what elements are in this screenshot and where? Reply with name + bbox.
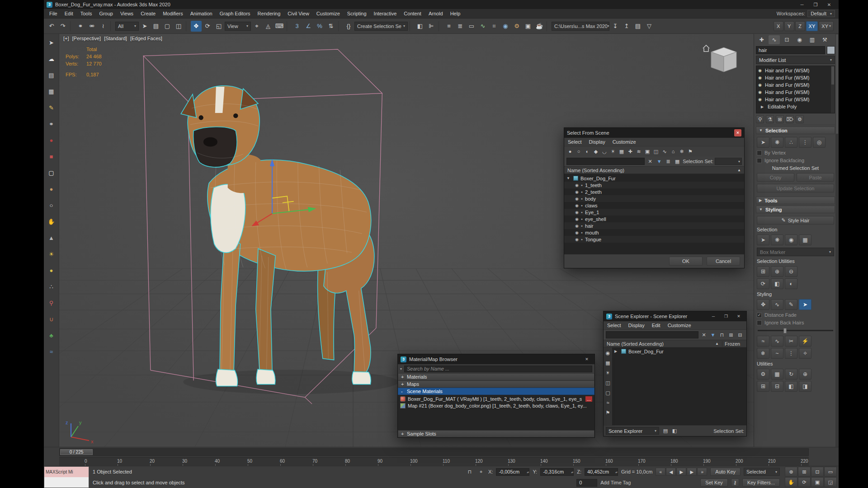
- tree-item-root[interactable]: ▼Boxer_Dog_Fur: [564, 175, 744, 182]
- filter-funnel-icon[interactable]: ▼: [655, 157, 663, 165]
- display-lights-icon[interactable]: ☀: [609, 147, 617, 155]
- visibility-icon[interactable]: ◉: [575, 183, 579, 188]
- section-toggle-icon[interactable]: -: [401, 389, 405, 394]
- viewcube[interactable]: [698, 42, 742, 80]
- by-vertex-checkbox[interactable]: By Vertex: [757, 150, 834, 155]
- save-scene-icon[interactable]: ▽: [644, 21, 655, 32]
- expand-icon[interactable]: ▶: [614, 349, 619, 353]
- menu-interactive[interactable]: Interactive: [370, 11, 401, 16]
- pick-parent-icon[interactable]: ⊞: [727, 331, 735, 339]
- maxscript-pink-line[interactable]: MAXScript Mi: [44, 467, 89, 477]
- cloud-icon[interactable]: ☁: [47, 54, 57, 64]
- timeline-tick[interactable]: 160: [605, 459, 613, 464]
- display-groups-icon[interactable]: ▣: [643, 147, 651, 155]
- paste-hair-icon[interactable]: ⊟: [771, 381, 783, 392]
- configure-modifier-sets-icon[interactable]: ⚙: [796, 115, 804, 123]
- cut-hair-icon[interactable]: ✂: [785, 336, 797, 347]
- display-helpers-icon[interactable]: ▢: [604, 389, 612, 397]
- se-search-input[interactable]: [606, 331, 698, 338]
- undo-icon[interactable]: ↶: [46, 21, 57, 32]
- pin-icon[interactable]: ⚲: [47, 298, 57, 308]
- tree-item[interactable]: ◉●mouth: [564, 229, 744, 236]
- soft-selection-icon[interactable]: ◎: [813, 137, 826, 148]
- time-slider-handle[interactable]: 0 / 225: [60, 449, 93, 455]
- maxscript-mini-listener[interactable]: MAXScript Mi: [44, 466, 89, 488]
- minimize-icon[interactable]: ─: [708, 313, 718, 320]
- hair-translate-icon[interactable]: ✥: [757, 299, 769, 310]
- key-filters-button[interactable]: Key Filters...: [742, 479, 780, 487]
- spreadsheet-icon[interactable]: ▦: [47, 86, 57, 96]
- maxscript-white-line[interactable]: [44, 477, 89, 488]
- minimize-button[interactable]: ─: [795, 0, 809, 9]
- modifier-stack-row[interactable]: ◉Hair and Fur (WSM): [756, 67, 830, 74]
- rectangular-region-icon[interactable]: ▢: [162, 21, 173, 32]
- save-preset-icon[interactable]: ▦: [771, 369, 783, 380]
- timeline-tick[interactable]: 120: [475, 459, 483, 464]
- selection-set-dropdown[interactable]: ▾: [715, 158, 742, 165]
- close-icon[interactable]: ✕: [734, 129, 741, 136]
- modifier-enable-icon[interactable]: ◉: [758, 90, 763, 94]
- magnet-icon[interactable]: ∪: [47, 314, 57, 324]
- modifier-stack-scrollbar[interactable]: [831, 66, 835, 113]
- remove-modifier-icon[interactable]: ⌦: [786, 115, 794, 123]
- menu-customize[interactable]: Customize: [664, 323, 695, 328]
- display-bones-icon[interactable]: ∿: [660, 147, 669, 155]
- toggle-ribbon-icon[interactable]: ▭: [466, 21, 477, 32]
- region-select-icon[interactable]: ▦: [799, 235, 811, 245]
- clay-icon[interactable]: ●: [47, 184, 57, 194]
- menu-group[interactable]: Group: [95, 11, 117, 16]
- zoom-region-icon[interactable]: ▭: [824, 467, 837, 477]
- water-icon[interactable]: ≈: [47, 347, 57, 357]
- sfs-column-header[interactable]: Name (Sorted Ascending) ▲: [564, 166, 744, 174]
- axis-y-button[interactable]: Y: [784, 21, 794, 31]
- timeline-tick[interactable]: 40: [215, 459, 220, 464]
- play-icon[interactable]: ▶: [676, 468, 686, 476]
- modifier-enable-icon[interactable]: ◉: [758, 68, 763, 73]
- menu-edit[interactable]: Edit: [61, 11, 77, 16]
- ignore-back-hairs-checkbox[interactable]: Ignore Back Hairs: [757, 320, 834, 325]
- material-entry-boxer-dog-fur-mat[interactable]: Boxer_Dog_Fur_MAT ( VRayMtl ) [1_teeth, …: [398, 395, 594, 402]
- menu-customize[interactable]: Customize: [609, 139, 640, 145]
- visibility-icon[interactable]: ◉: [575, 224, 579, 228]
- menu-tools[interactable]: Tools: [77, 11, 96, 16]
- menu-create[interactable]: Create: [137, 11, 159, 16]
- dock-explorer-icon[interactable]: ◧: [670, 427, 679, 435]
- hair-select-arrow-icon[interactable]: ➤: [799, 299, 811, 310]
- import-file-icon[interactable]: ↧: [610, 21, 621, 32]
- menu-file[interactable]: File: [46, 11, 61, 16]
- z-coordinate-field[interactable]: 40,452cm: [585, 468, 618, 476]
- zoom-icon[interactable]: ⊕: [785, 467, 797, 477]
- timeline-tick[interactable]: 80: [345, 459, 350, 464]
- fade-distance-slider[interactable]: [758, 330, 833, 331]
- tree-item[interactable]: ◉●Tongue: [564, 236, 744, 243]
- cancel-button[interactable]: Cancel: [707, 257, 740, 266]
- menu-views[interactable]: Views: [117, 11, 137, 16]
- frizz-hair-icon[interactable]: ❄: [757, 348, 769, 359]
- close-button[interactable]: ✕: [822, 0, 836, 9]
- display-geometry-icon[interactable]: ◆: [592, 147, 600, 155]
- open-explorer-icon[interactable]: ▤: [632, 21, 643, 32]
- regenerate-hair-icon[interactable]: ↻: [785, 369, 797, 380]
- bind-to-space-warp-icon[interactable]: ≀: [98, 21, 108, 32]
- menu-civil-view[interactable]: Civil View: [284, 11, 312, 16]
- modifier-stack-row[interactable]: ▶Editable Poly: [756, 103, 830, 110]
- schematic-view-icon[interactable]: ⌗: [489, 21, 500, 32]
- menu-scripting[interactable]: Scripting: [344, 11, 370, 16]
- edit-named-selection-sets-icon[interactable]: {}: [343, 21, 354, 32]
- visibility-icon[interactable]: ◉: [575, 210, 579, 215]
- axis-xy-button[interactable]: XY: [806, 21, 818, 31]
- go-to-start-icon[interactable]: «: [656, 468, 665, 476]
- sphere-red-icon[interactable]: ●: [47, 135, 57, 145]
- maps-section[interactable]: +Maps: [398, 380, 594, 388]
- select-object-icon[interactable]: ➤: [139, 21, 150, 32]
- pan-icon[interactable]: ✋: [785, 477, 797, 487]
- workspaces-dropdown[interactable]: Default ▾: [807, 10, 835, 17]
- soften-hair-icon[interactable]: ✧: [799, 348, 811, 359]
- sfs-search-input[interactable]: [566, 158, 645, 165]
- add-time-tag-button[interactable]: Add Time Tag: [600, 480, 631, 485]
- tree-item[interactable]: ◉●hair: [564, 222, 744, 229]
- selection-filter-dropdown[interactable]: All▾: [115, 22, 139, 31]
- menu-graph-editors[interactable]: Graph Editors: [216, 11, 254, 16]
- maximize-viewport-icon[interactable]: ▣: [811, 477, 824, 487]
- explorer-config-icon[interactable]: ▤: [661, 427, 670, 435]
